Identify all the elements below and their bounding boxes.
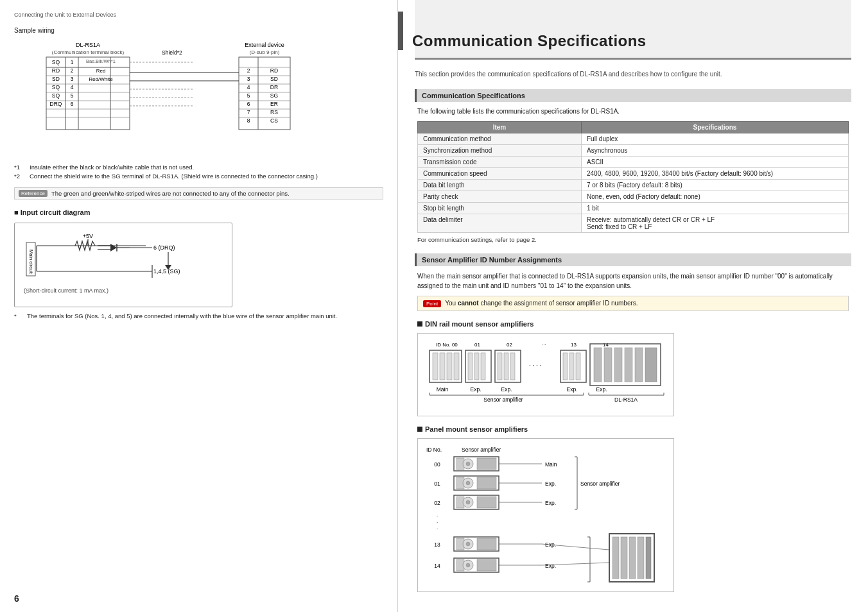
din-svg: ID No. 00 01 02 ··· 13 14 — [423, 339, 667, 409]
panel-svg: ID No. Sensor amplifier 00 Main 01 — [423, 444, 667, 585]
din-subsection-title: DIN rail mount sensor amplifiers — [417, 320, 849, 328]
svg-text:DRQ: DRQ — [50, 101, 62, 107]
sensor-id-section-header: Sensor Amplifier ID Number Assignments — [415, 253, 851, 266]
din-diagram: ID No. 00 01 02 ··· 13 14 — [417, 333, 674, 416]
dl-rs1a-label: DL-RS1A — [76, 42, 100, 48]
note2-text: Connect the shield wire to the SG termin… — [30, 173, 318, 180]
table-cell-spec: 1 bit — [581, 203, 848, 214]
svg-text:7: 7 — [247, 109, 250, 115]
svg-text:CS: CS — [270, 117, 278, 124]
table-cell-spec: None, even, odd (Factory default: none) — [581, 191, 848, 203]
svg-text:Main circuit: Main circuit — [28, 250, 34, 275]
svg-text:13: 13 — [571, 342, 577, 348]
svg-rect-160 — [477, 538, 496, 550]
svg-rect-87 — [447, 353, 452, 380]
panel-subsection-title: Panel mount sensor amplifiers — [417, 425, 849, 433]
table-row: Transmission codeASCII — [418, 157, 849, 168]
svg-rect-94 — [498, 353, 502, 380]
table-row: Parity checkNone, even, odd (Factory def… — [418, 191, 849, 203]
col-spec: Specifications — [581, 122, 848, 133]
svg-text:·: · — [437, 520, 438, 525]
svg-text:+5V: +5V — [83, 233, 93, 239]
svg-rect-172 — [612, 537, 619, 579]
svg-rect-145 — [477, 497, 496, 508]
note2-star: *2 — [14, 173, 24, 180]
right-panel: Communication Specifications This sectio… — [398, 0, 868, 612]
svg-text:Red: Red — [96, 68, 106, 74]
comm-terminal-label: (Communication terminal block) — [52, 49, 125, 55]
svg-text:RD: RD — [52, 67, 60, 74]
table-cell-spec: Receive: automatically detect CR or CR +… — [581, 214, 848, 233]
breadcrumb: Connecting the Unit to External Devices — [14, 12, 383, 18]
svg-text:00: 00 — [434, 461, 440, 468]
svg-rect-86 — [440, 353, 445, 380]
svg-rect-168 — [477, 559, 496, 571]
table-cell-item: Synchronization method — [418, 145, 582, 157]
svg-text:SQ: SQ — [52, 84, 60, 90]
svg-text:5: 5 — [247, 92, 250, 99]
point-note: Point You cannot change the assignment o… — [417, 296, 849, 311]
svg-text:Red/White: Red/White — [89, 76, 113, 82]
svg-rect-106 — [625, 348, 632, 382]
svg-text:Main: Main — [545, 461, 557, 468]
svg-rect-96 — [510, 353, 515, 380]
black-square-din — [417, 321, 422, 327]
svg-text:RD: RD — [270, 67, 278, 74]
wiring-diagram: DL-RS1A (Communication terminal block) S… — [27, 39, 383, 155]
header-accent — [398, 12, 403, 50]
svg-text:ER: ER — [270, 101, 278, 107]
svg-text:ID No. 00: ID No. 00 — [436, 342, 458, 348]
svg-rect-88 — [454, 353, 459, 380]
svg-text:SD: SD — [52, 76, 60, 82]
intro-text: This section provides the communication … — [415, 70, 851, 79]
panel-title-text: Panel mount sensor amplifiers — [425, 425, 528, 433]
table-cell-spec: 2400, 4800, 9600, 19200, 38400 bit/s (Fa… — [581, 168, 848, 180]
svg-rect-95 — [504, 353, 508, 380]
svg-text:5: 5 — [71, 92, 74, 99]
svg-rect-99 — [563, 353, 568, 380]
table-cell-item: Stop bit length — [418, 203, 582, 214]
svg-text:RS: RS — [270, 109, 278, 115]
svg-text:Sensor amplifier: Sensor amplifier — [462, 446, 501, 453]
svg-marker-64 — [110, 244, 117, 251]
table-cell-item: Transmission code — [418, 157, 582, 168]
svg-rect-104 — [604, 348, 612, 382]
table-row: Communication methodFull duplex — [418, 133, 849, 145]
table-cell-item: Communication speed — [418, 168, 582, 180]
point-text: You cannot change the assignment of sens… — [445, 300, 638, 307]
svg-point-144 — [466, 500, 470, 504]
panel-diagram: ID No. Sensor amplifier 00 Main 01 — [417, 438, 674, 592]
svg-text:6 (DRQ): 6 (DRQ) — [153, 244, 175, 251]
svg-text:8: 8 — [247, 117, 250, 124]
svg-text:· · · ·: · · · · — [529, 362, 541, 369]
comm-spec-section-body: The following table lists the communicat… — [415, 107, 851, 243]
table-cell-item: Data delimiter — [418, 214, 582, 233]
svg-text:Exp.: Exp. — [545, 563, 556, 569]
svg-rect-176 — [646, 537, 651, 579]
comm-spec-desc: The following table lists the communicat… — [417, 107, 849, 116]
input-circuit-title: ■ Input circuit diagram — [14, 208, 383, 216]
svg-point-167 — [466, 563, 470, 567]
svg-text:SQ: SQ — [52, 59, 60, 65]
svg-text:(D-sub 9-pin): (D-sub 9-pin) — [250, 49, 280, 55]
svg-rect-108 — [645, 348, 657, 382]
svg-text:Exp.: Exp. — [566, 386, 577, 393]
table-row: Data delimiterReceive: automatically det… — [418, 214, 849, 233]
table-cell-spec: ASCII — [581, 157, 848, 168]
svg-point-159 — [466, 542, 470, 546]
svg-rect-174 — [629, 537, 636, 579]
svg-text:Exp.: Exp. — [470, 386, 481, 393]
svg-rect-137 — [477, 477, 496, 489]
col-item: Item — [418, 122, 582, 133]
svg-rect-101 — [576, 353, 580, 380]
svg-text:2: 2 — [247, 67, 250, 74]
table-row: Stop bit length1 bit — [418, 203, 849, 214]
terminal-star: * — [14, 312, 24, 319]
svg-text:02: 02 — [507, 342, 512, 348]
svg-text:SQ: SQ — [52, 92, 60, 99]
reference-text: The green and green/white-striped wires … — [51, 190, 290, 197]
svg-text:Exp.: Exp. — [545, 480, 556, 487]
point-badge: Point — [423, 300, 441, 307]
table-cell-spec: 7 or 8 bits (Factory default: 8 bits) — [581, 180, 848, 191]
page-main-title: Communication Specifications — [412, 32, 647, 50]
